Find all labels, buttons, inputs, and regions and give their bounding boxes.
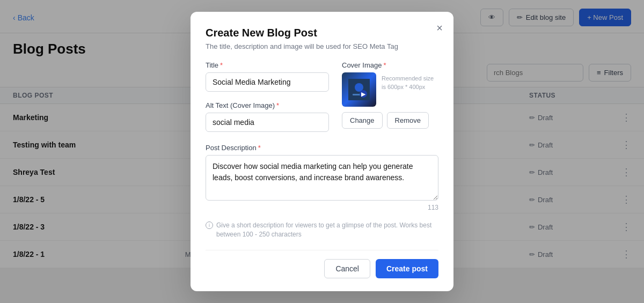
image-thumb-svg: ▶ xyxy=(348,79,370,100)
description-label: Post Description * xyxy=(206,144,438,152)
char-count: 113 xyxy=(206,204,438,211)
cover-image-group: Cover Image * ▶ xyxy=(342,61,438,129)
close-button[interactable]: × xyxy=(436,23,443,33)
title-label: Title * xyxy=(206,61,329,69)
required-star: * xyxy=(276,101,279,109)
create-post-button[interactable]: Create post xyxy=(376,259,438,278)
cover-image-label: Cover Image * xyxy=(342,61,438,69)
description-group: Post Description * 113 xyxy=(206,144,438,211)
create-post-modal: × Create New Blog Post The title, descri… xyxy=(191,12,453,291)
remove-image-button[interactable]: Remove xyxy=(387,112,429,129)
title-group: Title * xyxy=(206,61,329,92)
modal-subtitle: The title, description and image will be… xyxy=(206,42,438,50)
description-section: Post Description * 113 i Give a short de… xyxy=(206,144,438,239)
image-hint: Recommended size is 600px * 400px xyxy=(382,75,438,91)
info-icon: i xyxy=(206,221,213,229)
hint-text: Give a short description for viewers to … xyxy=(216,221,438,239)
cover-image-preview: ▶ Recommended size is 600px * 400px xyxy=(342,72,438,107)
cancel-button[interactable]: Cancel xyxy=(324,259,370,278)
modal-body: Title * Alt Text (Cover Image) * xyxy=(206,61,438,142)
required-star: * xyxy=(258,144,261,152)
alt-text-label: Alt Text (Cover Image) * xyxy=(206,101,329,109)
svg-text:▶: ▶ xyxy=(361,91,366,97)
modal-footer: Cancel Create post xyxy=(206,250,438,278)
modal-left-column: Title * Alt Text (Cover Image) * xyxy=(206,61,329,142)
description-textarea[interactable] xyxy=(206,155,438,201)
image-thumbnail: ▶ xyxy=(342,72,376,107)
required-star: * xyxy=(383,61,386,69)
description-hint: i Give a short description for viewers t… xyxy=(206,221,438,239)
modal-overlay: × Create New Blog Post The title, descri… xyxy=(0,0,644,303)
alt-text-group: Alt Text (Cover Image) * xyxy=(206,101,329,132)
alt-text-input[interactable] xyxy=(206,113,329,132)
change-image-button[interactable]: Change xyxy=(342,112,383,129)
required-star: * xyxy=(220,61,223,69)
modal-title: Create New Blog Post xyxy=(206,27,438,39)
image-actions: Change Remove xyxy=(342,112,438,129)
modal-right-column: Cover Image * ▶ xyxy=(342,61,438,142)
image-thumb-inner: ▶ xyxy=(342,72,376,107)
title-input[interactable] xyxy=(206,72,329,92)
